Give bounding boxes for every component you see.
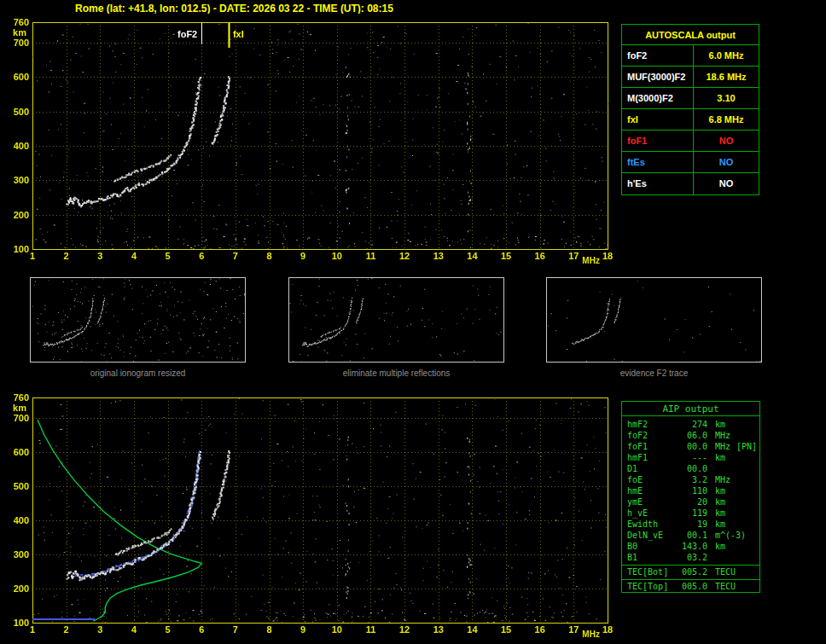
- aip-row-label: foF1: [622, 441, 675, 452]
- aip-row-label: ymE: [622, 496, 675, 508]
- aip-row-label: hmE: [622, 485, 675, 496]
- aip-row-value: 274: [675, 419, 707, 430]
- table-row: h'Es NO: [622, 173, 759, 194]
- table-row: foF1 NO: [622, 131, 759, 152]
- aip-row-value: 110: [675, 485, 707, 496]
- table-row: foF2 06.0 MHz: [622, 430, 759, 441]
- autoscala-output-table: AUTOSCALA output foF2 6.0 MHz MUF(3000)F…: [621, 24, 759, 195]
- table-row: ftEs NO: [622, 152, 759, 173]
- table-row: DelN_vE 00.1 m^(-3): [622, 530, 759, 541]
- table-row: D1 00.0: [622, 463, 759, 474]
- table-row: MUF(3000)F2 18.6 MHz: [622, 67, 759, 88]
- thumbnail-multiple-reflections: [288, 277, 504, 363]
- aip-row-unit: km: [707, 485, 725, 496]
- aip-row-unit: km: [707, 452, 725, 463]
- aip-row-unit: m^(-3): [707, 530, 746, 541]
- tec-bottom-row: TEC[Bot] 005.2 TECU: [622, 565, 759, 577]
- table-row: foF2 6.0 MHz: [622, 45, 759, 67]
- autoscala-row-value: NO: [694, 152, 759, 172]
- aip-row-label: hmF2: [622, 419, 675, 430]
- aip-row-value: 20: [675, 496, 707, 508]
- aip-row-label: D1: [622, 463, 675, 474]
- aip-row-unit: km: [707, 519, 725, 530]
- table-row: hmF2 274 km: [622, 419, 759, 430]
- autoscala-row-label: foF1: [622, 131, 694, 151]
- thumbnail-canvas: [289, 278, 503, 362]
- aip-row-value: 00.0: [675, 463, 707, 474]
- table-row: B1 03.2: [622, 552, 759, 563]
- table-row: M(3000)F2 3.10: [622, 88, 759, 109]
- autoscala-row-value: NO: [694, 173, 759, 194]
- autoscala-row-label: MUF(3000)F2: [622, 67, 694, 87]
- table-row: foE 3.2 MHz: [622, 474, 759, 485]
- autoscala-row-label: foF2: [622, 45, 694, 66]
- aip-row-value: 143.0: [675, 541, 707, 552]
- aip-row-value: 005.2: [675, 566, 707, 577]
- table-row: foF1 00.0 MHz [PN]: [622, 441, 759, 452]
- aip-row-unit: MHz: [707, 474, 730, 485]
- aip-output-table: AIP output hmF2 274 km foF2 06.0 MHz foF…: [621, 401, 760, 593]
- aip-row-value: 119: [675, 508, 707, 519]
- table-row: h_vE 119 km: [622, 508, 759, 519]
- aip-row-label: B1: [622, 552, 675, 563]
- thumbnail-caption: eliminate multiple reflections: [288, 368, 504, 378]
- thumbnail-canvas: [31, 278, 245, 362]
- autoscala-table-header: AUTOSCALA output: [622, 25, 759, 45]
- aip-row-unit: TECU: [707, 581, 736, 592]
- thumbnail-f2-trace: [546, 277, 762, 363]
- table-row: hmF1 --- km: [622, 452, 759, 463]
- thumbnail-canvas: [547, 278, 761, 362]
- aip-row-unit: km: [707, 508, 725, 519]
- aip-row-label: Ewidth: [622, 519, 675, 530]
- table-row: ymE 20 km: [622, 496, 759, 508]
- aip-row-value: 06.0: [675, 430, 707, 441]
- aip-row-unit: km: [707, 541, 725, 552]
- thumbnail-caption: evidence F2 trace: [546, 368, 762, 378]
- autoscala-row-value: NO: [694, 131, 759, 151]
- aip-row-label: hmF1: [622, 452, 675, 463]
- tec-top-row: TEC[Top] 005.0 TECU: [622, 579, 759, 592]
- autoscala-row-value: 18.6 MHz: [694, 67, 759, 87]
- top-ionogram-plot: [0, 14, 619, 270]
- aip-table-header: AIP output: [622, 402, 759, 416]
- aip-row-label: h_vE: [622, 508, 675, 519]
- thumbnail-original-ionogram: [30, 277, 246, 363]
- aip-row-flag: [PN]: [730, 441, 757, 452]
- aip-row-value: ---: [675, 452, 707, 463]
- table-row: fxI 6.8 MHz: [622, 109, 759, 131]
- aip-row-value: 005.0: [675, 581, 707, 592]
- table-row: B0 143.0 km: [622, 541, 759, 552]
- aip-row-unit: TECU: [707, 566, 736, 577]
- aip-row-unit: [707, 463, 715, 474]
- autoscala-row-label: ftEs: [622, 152, 694, 172]
- aip-row-label: B0: [622, 541, 675, 552]
- autoscala-row-value: 6.0 MHz: [694, 45, 759, 66]
- aip-row-label: TEC[Top]: [622, 581, 675, 592]
- aip-row-value: 19: [675, 519, 707, 530]
- bottom-ionogram-plot-with-profile: [0, 386, 619, 643]
- aip-row-label: DelN_vE: [622, 530, 675, 541]
- autoscala-row-label: M(3000)F2: [622, 88, 694, 108]
- table-row: Ewidth 19 km: [622, 519, 759, 530]
- aip-row-label: foF2: [622, 430, 675, 441]
- aip-table-body: hmF2 274 km foF2 06.0 MHz foF1 00.0 MHz …: [622, 416, 759, 592]
- table-row: hmE 110 km: [622, 485, 759, 496]
- aip-row-label: foE: [622, 474, 675, 485]
- aip-row-unit: km: [707, 496, 725, 508]
- autoscala-row-label: h'Es: [622, 173, 694, 194]
- aip-row-unit: [707, 552, 715, 563]
- aip-row-value: 3.2: [675, 474, 707, 485]
- thumbnail-caption: original ionogram resized: [30, 368, 246, 378]
- aip-row-value: 00.1: [675, 530, 707, 541]
- aip-row-unit: MHz: [707, 441, 730, 452]
- aip-row-unit: MHz: [707, 430, 730, 441]
- aip-row-label: TEC[Bot]: [622, 566, 675, 577]
- station-title: Rome (lat: +41.8, lon: 012.5) - DATE: 20…: [75, 3, 393, 15]
- autoscala-row-value: 3.10: [694, 88, 759, 108]
- aip-row-unit: km: [707, 419, 725, 430]
- autoscala-row-value: 6.8 MHz: [694, 109, 759, 130]
- autoscala-row-label: fxI: [622, 109, 694, 130]
- aip-row-value: 03.2: [675, 552, 707, 563]
- aip-row-value: 00.0: [675, 441, 707, 452]
